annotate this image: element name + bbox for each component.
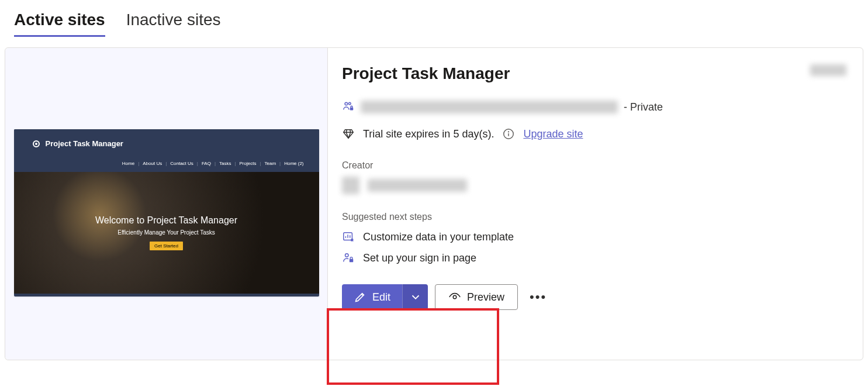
creator-label: Creator: [342, 160, 846, 171]
edit-split-button: Edit: [342, 284, 428, 310]
svg-rect-8: [350, 259, 353, 263]
chevron-down-icon: [409, 291, 422, 304]
redacted-url: xxxxxxxxxxxxxxxxxxxxxxxxxxxxxxxxxxxxxx: [361, 101, 618, 113]
edit-button[interactable]: Edit: [342, 284, 402, 310]
svg-point-7: [345, 254, 349, 257]
thumb-cta-button: Get Started: [150, 242, 183, 250]
svg-point-5: [509, 132, 509, 132]
diamond-icon: [342, 127, 355, 140]
people-lock-icon: [342, 101, 355, 113]
step-customize-data[interactable]: Customize data in your template: [342, 230, 846, 243]
suggested-steps-label: Suggested next steps: [342, 212, 846, 222]
details-panel: Project Task Manager xxxx xxxxxxxxxxxxxx…: [328, 48, 863, 360]
trial-text: Trial site expires in 5 day(s).: [363, 128, 494, 140]
ellipsis-icon: •••: [530, 290, 547, 304]
site-card: Project Task Manager Home| About Us| Con…: [5, 47, 863, 360]
site-title: Project Task Manager: [342, 64, 510, 83]
thumb-hero: Welcome to Project Task Manager Efficien…: [14, 172, 319, 294]
preview-button-label: Preview: [467, 291, 504, 304]
visibility-label: - Private: [624, 101, 663, 113]
creator-avatar: xx: [342, 177, 359, 194]
thumb-welcome: Welcome to Project Task Manager: [95, 215, 237, 226]
site-thumbnail[interactable]: Project Task Manager Home| About Us| Con…: [14, 129, 319, 297]
thumb-nav: Home| About Us| Contact Us| FAQ| Tasks| …: [14, 158, 319, 172]
edit-button-label: Edit: [372, 291, 390, 304]
actions-row: Edit: [342, 284, 846, 310]
preview-panel: Project Task Manager Home| About Us| Con…: [5, 48, 328, 360]
tabs-container: Active sites Inactive sites: [0, 0, 868, 37]
thumb-logo-icon: [33, 140, 40, 147]
info-icon[interactable]: [502, 127, 515, 140]
tab-inactive-sites[interactable]: Inactive sites: [126, 11, 221, 37]
svg-point-0: [345, 102, 348, 105]
pencil-icon: [354, 291, 366, 304]
svg-point-1: [348, 102, 351, 105]
tab-active-sites[interactable]: Active sites: [14, 11, 105, 37]
thumb-subtitle: Efficiently Manage Your Project Tasks: [117, 229, 215, 236]
step-signin-page[interactable]: Set up your sign in page: [342, 251, 846, 264]
preview-button[interactable]: Preview: [435, 284, 518, 310]
eye-icon: [448, 291, 461, 304]
thumb-title: Project Task Manager: [46, 139, 123, 148]
chart-edit-icon: [342, 230, 355, 243]
step-text: Set up your sign in page: [363, 252, 476, 264]
svg-point-9: [453, 295, 457, 299]
edit-dropdown-caret[interactable]: [402, 284, 428, 310]
more-actions-button[interactable]: •••: [525, 286, 551, 308]
redacted-creator-name: xxxxxxxxxxxxx: [368, 179, 467, 192]
step-text: Customize data in your template: [363, 231, 514, 243]
person-lock-icon: [342, 251, 355, 264]
svg-rect-2: [350, 108, 354, 111]
upgrade-site-link[interactable]: Upgrade site: [523, 128, 583, 140]
redacted-badge: xxxx: [810, 64, 846, 76]
